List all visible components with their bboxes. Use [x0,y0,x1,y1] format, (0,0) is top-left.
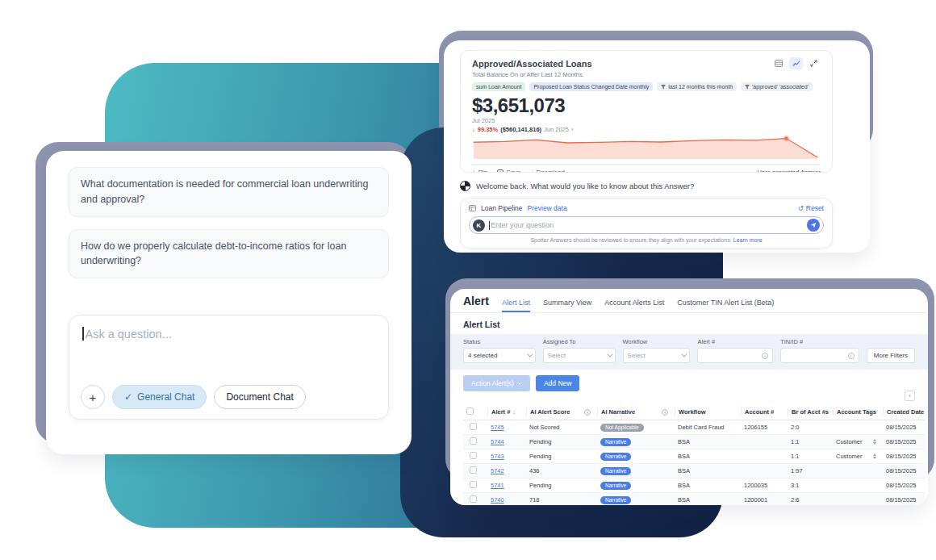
sort-descending-icon[interactable]: ↓ [512,408,516,416]
narrative-badge[interactable]: Narrative [600,496,631,504]
save-icon [497,169,504,173]
filter-funnel-icon [745,85,750,90]
tab-summary-view[interactable]: Summary View [543,299,591,312]
row-checkbox[interactable] [470,481,477,488]
chat-input-box[interactable]: Ask a question... + ✓ General Chat Docum… [69,315,389,420]
row-checkbox[interactable] [470,466,477,474]
suggested-question[interactable]: How do we properly calculate debt-to-inc… [69,229,389,279]
alert-number-link[interactable]: 5744 [491,438,504,445]
expand-icon[interactable] [807,57,821,69]
ai-alert-score-cell: Pending [523,479,594,493]
account-tags-cell: Customer [829,449,880,464]
status-select[interactable]: 4 selected [463,348,536,363]
question-input[interactable]: K Enter your question [469,216,824,234]
plus-icon: + [90,391,97,404]
add-new-button[interactable]: Add New [536,375,580,391]
alert-number-link[interactable]: 5741 [491,482,504,489]
datasource-label[interactable]: Loan Pipeline [481,204,523,212]
tag-spinner[interactable] [873,439,876,445]
br-of-acct-cell: 1:97 [784,464,829,479]
row-checkbox[interactable] [470,437,477,445]
alert-number-link[interactable]: 5743 [491,453,504,460]
narrative-badge[interactable]: Narrative [600,438,631,446]
created-date-cell: 08/15/2025 [880,435,925,449]
pin-button[interactable]: + Pin [472,169,487,173]
text-cursor [82,327,84,341]
select-all-checkbox[interactable] [466,407,474,415]
tab-customer-tin-alert-list[interactable]: Customer TIN Alert List (Beta) [677,299,774,312]
chevron-down-icon [682,352,687,357]
user-generated-answer-note: User generated Answer [758,169,821,173]
learn-more-link[interactable]: Learn more [733,237,763,243]
info-icon[interactable]: i [662,409,668,416]
token-chip-measure[interactable]: sum Loan Amount [472,82,525,91]
document-chat-toggle[interactable]: Document Chat [214,385,305,409]
narrative-badge[interactable]: Narrative [600,467,631,475]
workflow-cell: BSA [671,464,738,479]
tag-spinner[interactable] [873,453,876,459]
account-cell [738,435,784,449]
created-date-cell: 08/15/2025 [880,420,925,435]
filter-label-alert-number: Alert # [697,338,773,345]
br-of-acct-cell: 1:1 [784,435,829,449]
token-chip-filter[interactable]: last 12 months this month [657,82,737,91]
token-chip-attribute[interactable]: Proposed Loan Status Changed Date monthl… [529,82,653,91]
collapse-arrow-button[interactable]: ‹ [905,391,915,401]
spotter-panel: Approved/Associated Loans Total Balance … [444,40,870,253]
row-checkbox[interactable] [470,495,477,503]
created-date-cell: 08/15/2025 [880,464,925,479]
account-cell: 1206155 [738,420,784,435]
table-view-icon[interactable] [771,57,785,69]
kpi-value: $3,651,073 [472,96,821,115]
download-button[interactable]: ↓ Download [530,169,565,173]
alert-number-link[interactable]: 5742 [491,467,504,474]
tin-id-input[interactable]: i [780,348,859,363]
filter-bar: Status 4 selected Assigned To Select Wor… [450,334,928,370]
account-tags-cell [829,420,880,435]
general-chat-toggle[interactable]: ✓ General Chat [112,385,207,409]
preview-data-link[interactable]: Preview data [528,204,567,212]
suggested-question[interactable]: What documentation is needed for commerc… [69,167,389,217]
info-icon: i [762,353,768,359]
account-tags-cell [829,479,880,493]
table-row: 5745Not ScoredNot ApplicableDebit Card F… [463,420,925,435]
br-of-acct-cell: 2:0 [784,420,829,435]
assigned-to-select[interactable]: Select [543,348,616,363]
workflow-cell: BSA [671,493,738,506]
token-chip-filter[interactable]: 'approved' 'associated' [741,82,813,91]
more-filters-button[interactable]: More Filters [867,348,915,363]
chevron-right-icon[interactable]: › [571,126,574,133]
row-checkbox[interactable] [470,423,477,430]
info-icon[interactable]: i [584,409,591,416]
reset-button[interactable]: ↺ Reset [798,204,824,212]
tab-account-alerts-list[interactable]: Account Alerts List [604,299,664,312]
info-icon: i [848,353,855,359]
save-button[interactable]: Save [497,169,520,173]
action-alerts-button[interactable]: Action Alert(s) [463,375,530,391]
alert-number-input[interactable]: i [697,348,773,363]
account-tags-cell: Customer [829,435,880,449]
narrative-badge[interactable]: Narrative [600,482,631,490]
filter-label-status: Status [463,338,536,345]
tab-alert-list[interactable]: Alert List [502,299,530,312]
checkmark-icon: ✓ [124,391,132,403]
datasource-icon [469,205,476,211]
filter-funnel-icon [661,85,666,90]
alert-number-link[interactable]: 5745 [491,424,504,431]
filter-label-tin-id: TIN/ID # [780,338,859,345]
chevron-down-icon [527,352,533,357]
send-button[interactable] [807,219,820,232]
row-checkbox[interactable] [470,452,477,459]
chart-view-icon[interactable] [789,57,803,69]
disclaimer-text: Spotter Answers should be reviewed to en… [530,237,731,243]
table-row: 5740718NarrativeBSA12000012:608/15/2025 [463,493,925,506]
account-cell [738,449,784,464]
workflow-select[interactable]: Select [623,348,691,363]
delta-absolute: ($560,141,816) [500,126,541,133]
table-row: 5744PendingNarrativeBSA1:1Customer08/15/… [463,435,925,449]
add-attachment-button[interactable]: + [81,385,105,409]
answer-card: Approved/Associated Loans Total Balance … [460,50,833,173]
narrative-badge[interactable]: Not Applicable [600,424,644,432]
alert-number-link[interactable]: 5740 [491,496,504,504]
narrative-badge[interactable]: Narrative [600,453,631,461]
